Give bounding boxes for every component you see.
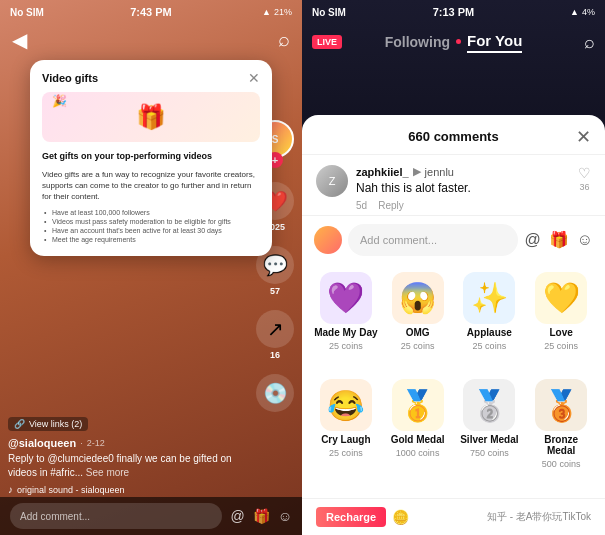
left-comment-icons: @ 🎁 ☺ bbox=[230, 508, 292, 524]
search-icon[interactable]: ⌕ bbox=[584, 32, 595, 53]
left-bottom-info: 🔗 View links (2) @sialoqueen · 2-12 Repl… bbox=[8, 413, 242, 495]
tab-following[interactable]: Following bbox=[385, 34, 450, 50]
comment-item: Z zaphkiiel_ ▶ jennlu Nah this is alot f… bbox=[302, 155, 605, 215]
gift-icon-wrap: 🥇 bbox=[392, 379, 444, 431]
comments-header: 660 comments ✕ bbox=[302, 115, 605, 155]
share-icon: ↗ bbox=[256, 310, 294, 348]
requirement-1: Have at least 100,000 followers bbox=[42, 208, 260, 217]
left-carrier: No SIM bbox=[10, 7, 44, 18]
gift-name-0: Made My Day bbox=[314, 327, 377, 338]
live-badge[interactable]: LIVE bbox=[312, 35, 342, 49]
add-comment-placeholder: Add comment... bbox=[360, 234, 437, 246]
back-icon[interactable]: ◀ bbox=[12, 28, 27, 52]
right-indicators: ▲ 4% bbox=[570, 7, 595, 17]
tab-for-you[interactable]: For You bbox=[467, 32, 522, 53]
right-time: 7:13 PM bbox=[433, 6, 475, 18]
gift-name-4: Cry Laugh bbox=[321, 434, 370, 445]
search-icon[interactable]: ⌕ bbox=[278, 28, 290, 52]
gift-icon[interactable]: 🎁 bbox=[549, 230, 569, 249]
gift-name-5: Gold Medal bbox=[391, 434, 445, 445]
applause-emoji: ✨ bbox=[471, 280, 508, 315]
gift-silver-medal[interactable]: 🥈 Silver Medal 750 coins bbox=[458, 379, 522, 490]
gift-icon-wrap: 💛 bbox=[535, 272, 587, 324]
comment-meta: zaphkiiel_ ▶ jennlu bbox=[356, 165, 570, 178]
comment-content: zaphkiiel_ ▶ jennlu Nah this is alot fas… bbox=[356, 165, 570, 211]
comment-time-row: 5d Reply bbox=[356, 200, 570, 211]
gift-icon-wrap: 💜 bbox=[320, 272, 372, 324]
gift-coins-3: 25 coins bbox=[544, 341, 578, 351]
wifi-icon: ▲ bbox=[570, 7, 579, 17]
gift-omg[interactable]: 😱 OMG 25 coins bbox=[386, 272, 450, 372]
add-comment-row: Add comment... @ 🎁 ☺ bbox=[302, 215, 605, 264]
sound-name[interactable]: original sound - sialoqueen bbox=[17, 485, 125, 495]
add-comment-icons: @ 🎁 ☺ bbox=[524, 230, 593, 249]
love-emoji: 💛 bbox=[543, 280, 580, 315]
gift-name-3: Love bbox=[549, 327, 572, 338]
left-add-comment-input[interactable]: Add comment... bbox=[10, 503, 222, 529]
comments-close-icon[interactable]: ✕ bbox=[576, 126, 591, 148]
emoji-icon[interactable]: ☺ bbox=[278, 508, 292, 524]
modal-banner: 🎉 🎁 bbox=[42, 92, 260, 142]
separator: · bbox=[80, 438, 83, 448]
gift-name-1: OMG bbox=[406, 327, 430, 338]
watermark: 知乎 - 老A带你玩TikTok bbox=[487, 510, 591, 524]
left-time: 7:43 PM bbox=[130, 6, 172, 18]
share-count: 16 bbox=[270, 350, 280, 360]
caption: Reply to @clumciedee0 finally we can be … bbox=[8, 452, 242, 480]
comment-heart-icon[interactable]: ♡ bbox=[578, 165, 591, 181]
music-icon: ♪ bbox=[8, 484, 13, 495]
at-icon[interactable]: @ bbox=[230, 508, 244, 524]
add-comment-input[interactable]: Add comment... bbox=[348, 224, 518, 256]
modal-close-icon[interactable]: ✕ bbox=[248, 70, 260, 86]
view-links-tag[interactable]: 🔗 View links (2) bbox=[8, 417, 88, 431]
right-nav: LIVE Following For You ⌕ bbox=[302, 24, 605, 60]
gift-coins-7: 500 coins bbox=[542, 459, 581, 469]
modal-title: Video gifts bbox=[42, 72, 98, 84]
gift-icon-wrap: ✨ bbox=[463, 272, 515, 324]
comment-age: 5d bbox=[356, 200, 367, 211]
gift-icon[interactable]: 🎁 bbox=[253, 508, 270, 524]
commenter-username[interactable]: zaphkiiel_ bbox=[356, 166, 409, 178]
gift-cry-laugh[interactable]: 😂 Cry Laugh 25 coins bbox=[314, 379, 378, 490]
comment-count: 57 bbox=[270, 286, 280, 296]
right-status-bar: No SIM 7:13 PM ▲ 4% bbox=[302, 0, 605, 24]
nav-indicator-dot bbox=[456, 39, 461, 44]
music-disc-icon: 💿 bbox=[256, 374, 294, 412]
username-row: @sialoqueen · 2-12 bbox=[8, 437, 242, 449]
at-icon[interactable]: @ bbox=[524, 231, 540, 249]
gift-name-2: Applause bbox=[467, 327, 512, 338]
recharge-button[interactable]: Recharge bbox=[316, 507, 386, 527]
link-icon: 🔗 bbox=[14, 419, 25, 429]
modal-description: Video gifts are a fun way to recognize y… bbox=[42, 169, 260, 203]
gift-bronze-medal[interactable]: 🥉 Bronze Medal 500 coins bbox=[529, 379, 593, 490]
post-date: 2-12 bbox=[87, 438, 105, 448]
gift-love[interactable]: 💛 Love 25 coins bbox=[529, 272, 593, 372]
battery-icon: 4% bbox=[582, 7, 595, 17]
comment-like-section: ♡ 36 bbox=[578, 165, 591, 192]
gift-gold-medal[interactable]: 🥇 Gold Medal 1000 coins bbox=[386, 379, 450, 490]
gift-icon-wrap: 🥉 bbox=[535, 379, 587, 431]
gift-applause[interactable]: ✨ Applause 25 coins bbox=[458, 272, 522, 372]
user-avatar-small bbox=[314, 226, 342, 254]
coin-icon: 🪙 bbox=[392, 509, 409, 525]
omg-emoji: 😱 bbox=[399, 280, 436, 315]
left-indicators: ▲ 21% bbox=[262, 7, 292, 17]
gift-made-my-day[interactable]: 💜 Made My Day 25 coins bbox=[314, 272, 378, 372]
gift-icon-wrap: 😂 bbox=[320, 379, 372, 431]
gift-coins-0: 25 coins bbox=[329, 341, 363, 351]
share-action[interactable]: ↗ 16 bbox=[256, 310, 294, 360]
recharge-row: Recharge 🪙 知乎 - 老A带你玩TikTok bbox=[302, 498, 605, 535]
modal-subtitle: Get gifts on your top-performing videos bbox=[42, 150, 260, 163]
vinyl-action[interactable]: 💿 bbox=[256, 374, 294, 412]
modal-requirements-list: Have at least 100,000 followers Videos m… bbox=[42, 208, 260, 244]
reply-link[interactable]: Reply bbox=[378, 200, 404, 211]
reply-to-user[interactable]: jennlu bbox=[425, 166, 454, 178]
see-more-link[interactable]: See more bbox=[86, 467, 129, 478]
right-carrier: No SIM bbox=[312, 7, 346, 18]
username[interactable]: @sialoqueen bbox=[8, 437, 76, 449]
gift-icon-wrap: 😱 bbox=[392, 272, 444, 324]
reply-arrow-icon: ▶ bbox=[413, 165, 421, 178]
gift-name-7: Bronze Medal bbox=[529, 434, 593, 456]
emoji-icon[interactable]: ☺ bbox=[577, 231, 593, 249]
left-comment-bar: Add comment... @ 🎁 ☺ bbox=[0, 497, 302, 535]
